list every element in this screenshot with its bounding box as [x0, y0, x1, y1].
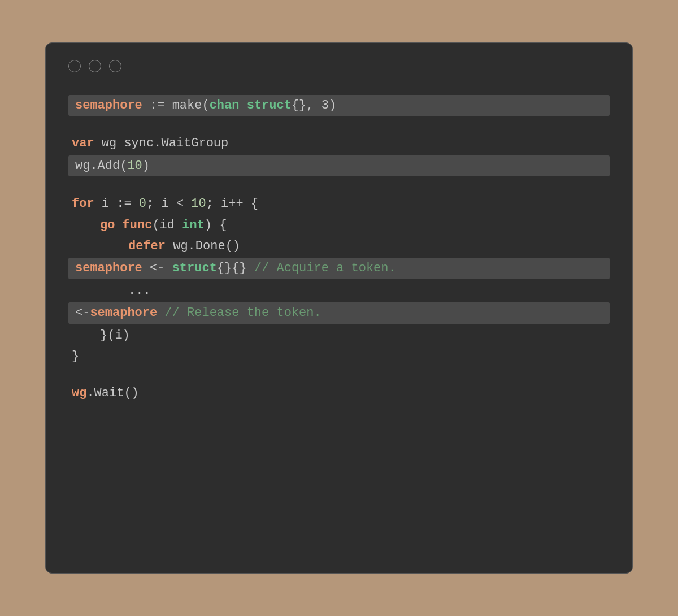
- close-button[interactable]: [68, 60, 81, 72]
- code-line-var-text: var wg sync.WaitGroup: [68, 133, 610, 154]
- release-comment: // Release the token.: [157, 306, 321, 320]
- code-line-go-func: go func(id int) {: [68, 215, 610, 236]
- semaphore-release: semaphore: [90, 306, 157, 320]
- code-line-release: <-semaphore // Release the token.: [68, 302, 610, 323]
- wg-add-close: ): [142, 159, 150, 173]
- code-line-wgwait: wg.Wait(): [68, 383, 610, 404]
- code-line-close-func: }(i): [68, 325, 610, 346]
- spacer-3: [68, 367, 610, 383]
- defer-rest: wg.Done(): [166, 239, 240, 253]
- for-zero: 0: [139, 197, 146, 211]
- int-kw: int: [182, 218, 205, 232]
- struct-literal: {}{}: [217, 261, 247, 275]
- func-params: (id: [152, 218, 182, 232]
- go-space: [115, 218, 122, 232]
- code-content: semaphore := make(chan struct{}, 3) var …: [68, 95, 610, 404]
- for-kw: for: [72, 197, 94, 211]
- semaphore-var: semaphore: [75, 98, 142, 112]
- code-line-wgwait-text: wg.Wait(): [68, 383, 610, 404]
- send-op: <-: [142, 261, 172, 275]
- code-line-dots-text: ...: [125, 280, 610, 301]
- for-rest: ; i++ {: [206, 197, 258, 211]
- code-line-go-func-text: go func(id int) {: [97, 215, 610, 236]
- wg-wait-rest: .Wait(): [86, 386, 138, 400]
- num-10: 10: [127, 159, 142, 173]
- traffic-lights: [68, 60, 610, 72]
- for-ten: 10: [191, 197, 206, 211]
- defer-kw: defer: [128, 239, 166, 253]
- code-line-acquire: semaphore <- struct{}{} // Acquire a tok…: [68, 258, 610, 279]
- var-rest: wg sync.WaitGroup: [94, 136, 229, 150]
- func-kw: func: [123, 218, 153, 232]
- code-line-close-for: }: [68, 346, 610, 367]
- dots: ...: [128, 284, 151, 298]
- spacer-2: [68, 177, 610, 193]
- code-editor-window: semaphore := make(chan struct{}, 3) var …: [45, 42, 633, 574]
- struct-kw-2: struct: [172, 261, 217, 275]
- code-line-close-for-text: }: [68, 346, 610, 367]
- semaphore-acquire: semaphore: [75, 261, 142, 275]
- assign-op: := make(: [142, 98, 210, 112]
- code-line-dots: ...: [68, 280, 610, 301]
- chan-kw: chan: [210, 98, 240, 112]
- code-line-1: semaphore := make(chan struct{}, 3): [68, 95, 610, 116]
- close-for: }: [72, 349, 79, 363]
- maximize-button[interactable]: [109, 60, 121, 72]
- make-end: {}, 3): [292, 98, 336, 112]
- wg-add: wg.Add(: [75, 159, 127, 173]
- recv-op: <-: [75, 306, 90, 320]
- acquire-comment: // Acquire a token.: [247, 261, 396, 275]
- wg-wait: wg: [72, 386, 86, 400]
- code-line-1-text: semaphore := make(chan struct{}, 3): [72, 95, 606, 116]
- code-line-for-text: for i := 0; i < 10; i++ {: [68, 193, 610, 214]
- struct-kw-1: struct: [247, 98, 292, 112]
- minimize-button[interactable]: [89, 60, 101, 72]
- go-kw: go: [100, 218, 115, 232]
- code-line-wgadd: wg.Add(10): [68, 155, 610, 176]
- code-line-wgadd-text: wg.Add(10): [72, 155, 606, 176]
- code-line-var: var wg sync.WaitGroup: [68, 133, 610, 154]
- code-line-release-text: <-semaphore // Release the token.: [72, 302, 606, 323]
- code-line-for: for i := 0; i < 10; i++ {: [68, 193, 610, 214]
- var-kw: var: [72, 136, 94, 150]
- for-semi1: ; i <: [146, 197, 191, 211]
- code-line-defer-text: defer wg.Done(): [125, 236, 610, 257]
- spacer-1: [68, 117, 610, 133]
- func-open: ) {: [205, 218, 227, 232]
- close-func: }(i): [100, 328, 130, 342]
- for-cond: i :=: [94, 197, 139, 211]
- code-line-close-func-text: }(i): [97, 325, 610, 346]
- code-line-defer: defer wg.Done(): [68, 236, 610, 257]
- space: [239, 98, 246, 112]
- code-line-acquire-text: semaphore <- struct{}{} // Acquire a tok…: [72, 258, 606, 279]
